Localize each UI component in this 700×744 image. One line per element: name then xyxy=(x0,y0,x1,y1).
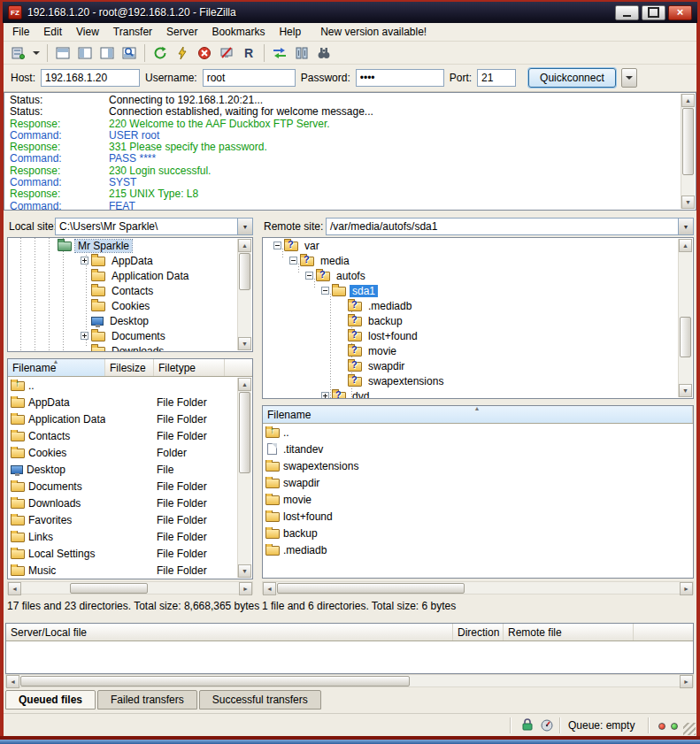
column-filesize[interactable]: Filesize xyxy=(105,359,154,376)
close-button[interactable] xyxy=(668,5,692,20)
file-row[interactable]: DownloadsFile Folder xyxy=(8,495,252,511)
file-row[interactable]: LinksFile Folder xyxy=(8,528,252,545)
tree-item-contacts[interactable]: Contacts xyxy=(8,283,252,298)
lock-icon[interactable] xyxy=(520,717,535,734)
file-row[interactable]: .. xyxy=(263,424,693,441)
local-list-scrollbar[interactable] xyxy=(237,378,251,578)
tree-item-autofs[interactable]: autofs xyxy=(263,268,693,283)
tree-item-sda1[interactable]: sda1 xyxy=(263,283,693,298)
column-filetype[interactable]: Filetype xyxy=(154,359,225,376)
queue-hscrollbar[interactable] xyxy=(5,674,694,687)
cancel-icon[interactable] xyxy=(195,43,214,63)
menu-new-version[interactable]: New version available! xyxy=(313,23,434,42)
password-input[interactable] xyxy=(356,69,444,87)
tree-item-lost-found[interactable]: lost+found xyxy=(263,328,693,343)
tree-item-swapextensions[interactable]: swapextensions xyxy=(263,373,693,388)
menu-server[interactable]: Server xyxy=(159,23,204,42)
column-remote-file[interactable]: Remote file xyxy=(504,624,634,640)
remote-list-hscrollbar[interactable] xyxy=(262,581,694,594)
file-row[interactable]: CookiesFolder xyxy=(8,444,252,461)
tree-item-swapdir[interactable]: swapdir xyxy=(263,358,693,373)
username-input[interactable] xyxy=(203,69,296,87)
speed-limit-icon[interactable] xyxy=(540,717,554,734)
tree-item-backup[interactable]: backup xyxy=(263,313,693,328)
file-row[interactable]: .titandev xyxy=(263,441,693,457)
column-server-local-file[interactable]: Server/Local file xyxy=(6,624,453,640)
file-row[interactable]: AppDataFile Folder xyxy=(8,394,252,410)
file-row[interactable]: MusicFile Folder xyxy=(8,562,252,579)
expand-icon[interactable] xyxy=(321,392,329,399)
menu-view[interactable]: View xyxy=(69,23,106,42)
file-row[interactable]: Local SettingsFile Folder xyxy=(8,545,252,562)
quickconnect-button[interactable]: Quickconnect xyxy=(528,68,616,88)
local-list-hscrollbar[interactable] xyxy=(7,581,253,594)
disconnect-icon[interactable] xyxy=(217,43,236,63)
tree-item-downloads[interactable]: Downloads xyxy=(8,343,252,352)
tree-item-desktop[interactable]: Desktop xyxy=(8,313,252,328)
local-site-combo[interactable]: C:\Users\Mr Sparkle\ xyxy=(55,218,253,235)
directory-comparison-icon[interactable] xyxy=(270,43,289,63)
file-row[interactable]: .mediadb xyxy=(263,541,693,558)
file-row[interactable]: ContactsFile Folder xyxy=(8,427,252,444)
find-files-icon[interactable] xyxy=(314,43,334,63)
toggle-local-tree-icon[interactable] xyxy=(75,43,95,63)
quickconnect-dropdown[interactable] xyxy=(621,68,637,88)
host-input[interactable] xyxy=(41,69,140,87)
title-bar[interactable]: FZ 192.168.1.20 - root@192.168.1.20 - Fi… xyxy=(3,2,697,23)
port-input[interactable] xyxy=(477,69,516,87)
reconnect-icon[interactable]: R xyxy=(239,43,258,63)
menu-transfer[interactable]: Transfer xyxy=(106,23,159,42)
tree-item-application-data[interactable]: Application Data xyxy=(8,268,252,283)
menu-help[interactable]: Help xyxy=(272,23,308,42)
log-scrollbar[interactable] xyxy=(681,94,695,209)
process-queue-icon[interactable] xyxy=(173,43,192,63)
file-row[interactable]: movie xyxy=(263,491,693,508)
combo-arrow-icon[interactable] xyxy=(237,219,252,234)
refresh-icon[interactable] xyxy=(150,43,170,63)
synchronized-browsing-icon[interactable] xyxy=(292,43,312,63)
site-manager-dropdown-icon[interactable] xyxy=(31,43,42,63)
tree-item-dvd[interactable]: dvd xyxy=(263,388,693,399)
toggle-message-log-icon[interactable] xyxy=(53,43,73,63)
file-row[interactable]: Application DataFile Folder xyxy=(8,410,252,427)
menu-file[interactable]: File xyxy=(5,23,36,42)
tree-item-mediadb[interactable]: .mediadb xyxy=(263,298,693,313)
column-direction[interactable]: Direction xyxy=(453,624,504,640)
remote-site-combo[interactable]: /var/media/autofs/sda1 xyxy=(326,218,694,235)
menu-edit[interactable]: Edit xyxy=(36,23,69,42)
tab-successful-transfers[interactable]: Successful transfers xyxy=(199,690,321,709)
collapse-icon[interactable] xyxy=(321,287,329,295)
site-manager-icon[interactable] xyxy=(9,43,28,63)
file-row[interactable]: backup xyxy=(263,525,693,541)
tree-item-movie[interactable]: movie xyxy=(263,343,693,358)
expand-icon[interactable] xyxy=(81,332,88,340)
tab-queued-files[interactable]: Queued files xyxy=(5,690,96,709)
column-filename[interactable]: Filename xyxy=(8,359,105,376)
file-row[interactable]: lost+found xyxy=(263,508,693,525)
tree-item-appdata[interactable]: AppData xyxy=(8,253,252,268)
combo-arrow-icon[interactable] xyxy=(678,219,693,234)
tab-failed-transfers[interactable]: Failed transfers xyxy=(97,690,197,709)
maximize-button[interactable] xyxy=(642,5,665,20)
collapse-icon[interactable] xyxy=(305,272,313,280)
toggle-transfer-queue-icon[interactable] xyxy=(119,43,139,63)
file-row[interactable]: swapextensions xyxy=(263,457,693,474)
file-row[interactable]: DocumentsFile Folder xyxy=(8,478,252,495)
file-row[interactable]: swapdir xyxy=(263,474,693,491)
minimize-button[interactable] xyxy=(615,5,639,20)
collapse-icon[interactable] xyxy=(273,242,281,249)
tree-item-mr-sparkle[interactable]: Mr Sparkle xyxy=(8,238,252,253)
file-row[interactable]: FavoritesFile Folder xyxy=(8,511,252,528)
menu-bookmarks[interactable]: Bookmarks xyxy=(204,23,272,42)
column-filename[interactable]: Filename xyxy=(263,406,693,423)
tree-item-documents[interactable]: Documents xyxy=(8,328,252,343)
expand-icon[interactable] xyxy=(81,257,88,265)
collapse-icon[interactable] xyxy=(289,257,297,265)
toggle-remote-tree-icon[interactable] xyxy=(97,43,117,63)
tree-item-media[interactable]: media xyxy=(263,253,693,268)
tree-item-var[interactable]: var xyxy=(263,238,693,253)
tree-item-cookies[interactable]: Cookies xyxy=(8,298,252,313)
file-row[interactable]: DesktopFile xyxy=(8,461,252,478)
file-row[interactable]: .. xyxy=(8,377,252,394)
resize-grip[interactable] xyxy=(683,723,696,735)
